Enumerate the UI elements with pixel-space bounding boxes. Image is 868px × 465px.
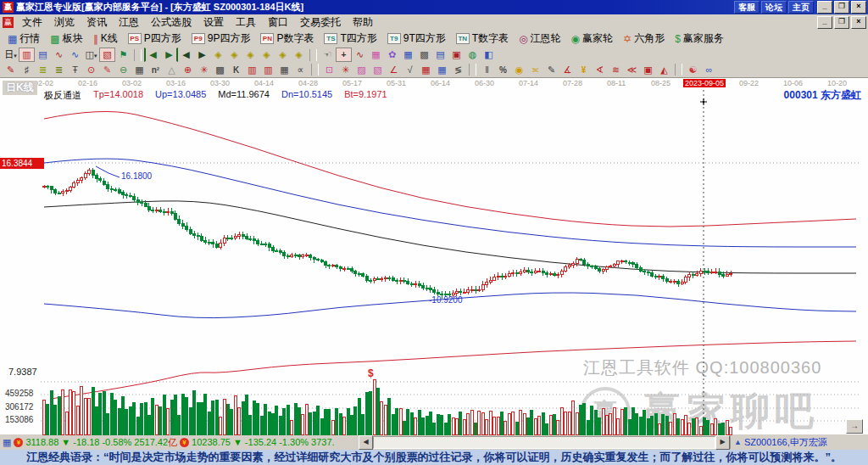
toolbar-button-kline[interactable]: ∥K线	[89, 31, 122, 47]
toolbar-button-winner-service[interactable]: $赢家服务	[670, 31, 728, 47]
angle-line-icon[interactable]: ∠	[386, 63, 402, 77]
toolbar-button-t-square[interactable]: TST四方形	[320, 31, 381, 47]
k-line-mark-icon[interactable]: K	[228, 63, 244, 77]
restore-button[interactable]: ❐	[834, 1, 849, 14]
percent-gann-icon[interactable]: Ŧ	[67, 63, 83, 77]
ray-star-icon[interactable]: ✳	[196, 63, 212, 77]
minimize-button[interactable]: _	[817, 16, 832, 29]
draw-brush-icon[interactable]: ✎	[3, 63, 19, 77]
save-layout-icon[interactable]: ▣	[448, 48, 465, 62]
restore-button[interactable]: ❐	[834, 16, 849, 29]
pc-sync-icon[interactable]: ◧	[481, 48, 497, 62]
toolbar-button-winner-wheel[interactable]: ◉赢家轮	[567, 31, 617, 47]
gold-sign-icon[interactable]: ¥	[576, 63, 592, 77]
ink-marker-icon[interactable]: ✎	[543, 63, 559, 77]
tri-red-icon[interactable]: ◭	[656, 63, 672, 77]
scrollbar-left-arrow[interactable]: ◀	[359, 435, 373, 450]
titlebar-link-3[interactable]: 主页	[788, 1, 814, 14]
menu-item-6[interactable]: 设置	[198, 14, 230, 31]
toolbar-button-p-square[interactable]: PSP四方形	[124, 31, 186, 47]
fan-rays-icon[interactable]: ✳	[337, 63, 353, 77]
triangle-tool-icon[interactable]: △	[164, 63, 180, 77]
gold-circle-icon[interactable]: ◉	[511, 63, 527, 77]
zoom-diamond-6-icon[interactable]: ◈	[291, 48, 307, 62]
toolbar-button-gann-wheel[interactable]: ◎江恩轮	[515, 31, 565, 47]
check-zigzag-icon[interactable]: √	[402, 63, 418, 77]
calendar-tool-icon[interactable]: ▦	[400, 48, 416, 62]
bars-tool-icon[interactable]: ‖	[479, 63, 495, 77]
scrollbar-track[interactable]	[373, 436, 715, 449]
crosshair-icon[interactable]: +	[336, 48, 352, 62]
pink-center-icon[interactable]: ⊡	[321, 63, 337, 77]
wave-count-icon[interactable]: ∿	[352, 48, 368, 62]
menu-item-10[interactable]: 帮助	[347, 14, 379, 31]
menu-item-9[interactable]: 交易委托	[294, 14, 347, 31]
step-red-icon[interactable]: ≪	[624, 63, 640, 77]
spiral-tool-icon[interactable]: ⊙	[83, 63, 99, 77]
block-red-icon[interactable]: ▣	[640, 63, 656, 77]
toolbar-button-sectors[interactable]: ▩板块	[46, 31, 86, 47]
menu-item-1[interactable]: 文件	[16, 14, 48, 31]
toolbar-button-p-number-table[interactable]: PNP数字表	[256, 31, 318, 47]
toolbar-button-t-number-table[interactable]: TNT数字表	[452, 31, 513, 47]
bowtie-tool-icon[interactable]: ∝	[292, 63, 309, 77]
wave-small-9-icon[interactable]: ∿	[67, 48, 83, 62]
flag-mark-icon[interactable]: ⚑	[115, 48, 131, 62]
candle-toggle-dropdown-icon[interactable]: ◫▾	[83, 48, 99, 62]
zoom-diamond-1-icon[interactable]: ◈	[210, 48, 226, 62]
pink-hatch-icon[interactable]: ▨	[353, 63, 370, 77]
menu-item-5[interactable]: 公式选股	[145, 14, 198, 31]
percent-tool-icon[interactable]: %	[495, 63, 511, 77]
toolbar-button-9t-square[interactable]: T99T四方形	[383, 31, 450, 47]
market-grid-icon[interactable]: ▦	[3, 437, 11, 448]
horizontal-scrollbar[interactable]: ◀ ▶	[359, 436, 730, 449]
overlay-stock-icon[interactable]: ▧	[99, 48, 115, 62]
circle-cycle-icon[interactable]: ⊖	[115, 63, 131, 77]
red-sieve-b-icon[interactable]: ▥	[260, 63, 276, 77]
zoom-diamond-5-icon[interactable]: ◈	[275, 48, 291, 62]
wave-small-3-icon[interactable]: ∿	[51, 48, 67, 62]
calculator-tool-icon[interactable]: ▩	[416, 48, 432, 62]
toolbar-button-9p-square[interactable]: P99P四方形	[187, 31, 255, 47]
minimize-button[interactable]: _	[817, 1, 832, 14]
titlebar-link-1[interactable]: 客服	[734, 1, 760, 14]
infinity-tool-icon[interactable]: ∞	[701, 63, 717, 77]
golden-section-a-icon[interactable]: ≣	[35, 63, 51, 77]
net-download-icon[interactable]: ◍	[465, 48, 481, 62]
zoom-diamond-2-icon[interactable]: ◈	[226, 48, 242, 62]
kline-chart-canvas[interactable]: $	[0, 78, 868, 435]
menu-item-3[interactable]: 资讯	[81, 14, 113, 31]
pink-frame-icon[interactable]: ▧	[370, 63, 386, 77]
window-frame-icon[interactable]: ▦	[276, 63, 292, 77]
zoom-diamond-3-icon[interactable]: ◈	[242, 48, 259, 62]
angle-b-icon[interactable]: ∢	[592, 63, 608, 77]
menu-item-8[interactable]: 窗口	[262, 14, 294, 31]
gann-grid-lines-icon[interactable]: ♯	[19, 63, 35, 77]
minute-chart-icon[interactable]: ▤	[35, 48, 51, 62]
angle-a-icon[interactable]: ∡	[559, 63, 576, 77]
wheel-cross-icon[interactable]: ⊕	[180, 63, 196, 77]
yinyang-tool-icon[interactable]: ☯	[685, 63, 701, 77]
slash-lines-icon[interactable]: ≶	[450, 63, 466, 77]
zoom-diamond-4-icon[interactable]: ◈	[259, 48, 275, 62]
blue-grid-icon[interactable]: ▦	[434, 63, 450, 77]
report-tool-icon[interactable]: ▤	[432, 48, 448, 62]
goto-last-icon[interactable]: ▶	[161, 48, 178, 62]
step-forward-icon[interactable]: ▶	[194, 48, 210, 62]
kline-style-icon[interactable]: ▥	[19, 48, 35, 62]
n-square-icon[interactable]: n²	[147, 63, 164, 77]
close-button[interactable]: ×	[851, 16, 866, 29]
color-blocks-icon[interactable]: ✿	[384, 48, 400, 62]
toolbar-button-market-quotes[interactable]: ▦行情	[3, 31, 44, 47]
wave-red-icon[interactable]: ≋	[608, 63, 624, 77]
ticker-cell[interactable]: ▲ SZ000166,申万宏源	[730, 436, 868, 449]
dark-block-icon[interactable]: ▩	[212, 63, 228, 77]
chart-scroll-right-button[interactable]: →	[846, 419, 863, 434]
period-day-dropdown-icon[interactable]: 日▾	[3, 48, 19, 62]
titlebar-link-2[interactable]: 论坛	[761, 1, 787, 14]
close-button[interactable]: ×	[851, 1, 866, 14]
goto-first-icon[interactable]: ◀	[144, 48, 161, 62]
menu-item-4[interactable]: 江恩	[113, 14, 145, 31]
gann-grid-pink-icon[interactable]: ▦	[368, 48, 384, 62]
scrollbar-right-arrow[interactable]: ▶	[715, 435, 730, 450]
